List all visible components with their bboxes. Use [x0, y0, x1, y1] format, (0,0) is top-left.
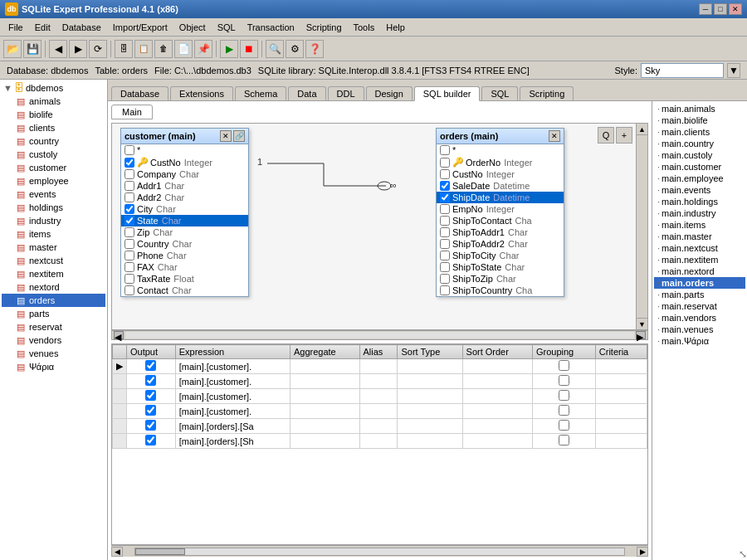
col-criteria[interactable]: Criteria	[595, 345, 647, 359]
orders-field-shiptocity[interactable]: ShipToCity Char	[437, 250, 564, 261]
orders-field-shiptoaddr1[interactable]: ShipToAddr1 Char	[437, 226, 564, 238]
grouping-check[interactable]	[559, 360, 569, 371]
sidebar-item-main-animals[interactable]: ·main.animals	[654, 103, 745, 114]
tree-item-holdings[interactable]: ▤holdings	[2, 201, 105, 214]
toolbar-settings[interactable]: ⚙	[286, 40, 304, 58]
toolbar-new-table[interactable]: 📋	[134, 40, 153, 58]
customer-field-zip-check[interactable]	[124, 227, 134, 237]
customer-field-addr2-check[interactable]	[124, 192, 134, 202]
orders-close-btn[interactable]: ✕	[549, 130, 560, 142]
grouping-check[interactable]	[559, 435, 569, 446]
output-check[interactable]	[145, 375, 156, 386]
tree-item-items[interactable]: ▤items	[2, 227, 105, 241]
tree-item-nextitem[interactable]: ▤nextitem	[2, 267, 105, 280]
row-grouping[interactable]	[532, 404, 595, 419]
row-alias[interactable]	[359, 374, 398, 389]
tree-item-clients[interactable]: ▤clients	[2, 121, 105, 134]
tab-extensions[interactable]: Extensions	[170, 86, 233, 100]
row-expression[interactable]: [main].[customer].	[175, 389, 290, 404]
tab-data[interactable]: Data	[288, 86, 325, 100]
row-alias[interactable]	[359, 359, 398, 374]
output-check[interactable]	[145, 405, 156, 416]
toolbar-help[interactable]: ❓	[305, 40, 324, 58]
orders-field-shipdate[interactable]: ShipDate Datetime	[437, 192, 564, 203]
customer-field-custno-check[interactable]	[124, 158, 134, 168]
h-scroll-track[interactable]	[134, 548, 625, 556]
menu-file[interactable]: File	[3, 21, 28, 34]
row-output[interactable]	[127, 359, 176, 374]
table-row[interactable]: [main].[orders].[Sh	[113, 434, 647, 449]
tree-root[interactable]: ▼ 🗄 dbdemos	[2, 81, 105, 95]
sidebar-item-main-biolife[interactable]: ·main.biolife	[654, 114, 745, 126]
h-scroll-thumb[interactable]	[135, 548, 185, 555]
tree-item-industry[interactable]: ▤industry	[2, 214, 105, 227]
tables-scrollbar-left-btn[interactable]: ◀	[114, 331, 124, 339]
row-output[interactable]	[127, 389, 176, 404]
row-criteria[interactable]	[595, 359, 647, 374]
orders-field-shiptocontact-check[interactable]	[440, 216, 450, 226]
col-aggregate[interactable]: Aggregate	[290, 345, 359, 359]
toolbar-forward[interactable]: ▶	[69, 40, 87, 58]
customer-field-state[interactable]: State Char	[121, 215, 248, 226]
sidebar-item-main-nextcust[interactable]: ·main.nextcust	[654, 242, 745, 254]
row-criteria[interactable]	[595, 434, 647, 449]
menu-database[interactable]: Database	[57, 21, 106, 34]
tree-item-parts[interactable]: ▤parts	[2, 307, 105, 320]
row-aggregate[interactable]	[290, 404, 359, 419]
orders-field-custno[interactable]: CustNo Integer	[437, 168, 564, 180]
customer-field-phone[interactable]: Phone Char	[121, 250, 248, 261]
orders-field-shiptocountry-check[interactable]	[440, 285, 450, 295]
col-sort-type[interactable]: Sort Type	[398, 345, 462, 359]
col-expression[interactable]: Expression	[175, 345, 290, 359]
table-row[interactable]: [main].[customer].	[113, 389, 647, 404]
orders-field-all-check[interactable]	[440, 145, 450, 155]
row-aggregate[interactable]	[290, 374, 359, 389]
sidebar-item-main-events[interactable]: ·main.events	[654, 184, 745, 196]
row-expression[interactable]: [main].[customer].	[175, 374, 290, 389]
sidebar-item-main-nextord[interactable]: ·main.nextord	[654, 265, 745, 277]
customer-link-btn[interactable]: 🔗	[233, 130, 245, 142]
orders-field-shiptoaddr1-check[interactable]	[440, 227, 450, 237]
row-alias[interactable]	[359, 389, 398, 404]
row-sort-order[interactable]	[462, 359, 532, 374]
row-sort-type[interactable]	[398, 434, 462, 449]
tables-scrollbar-v[interactable]: ▲ ▼	[636, 124, 647, 329]
tree-item-master[interactable]: ▤master	[2, 241, 105, 254]
toolbar-back[interactable]: ◀	[49, 40, 67, 58]
output-check[interactable]	[145, 420, 156, 431]
table-row[interactable]: [main].[customer].	[113, 404, 647, 419]
orders-field-empno[interactable]: EmpNo Integer	[437, 203, 564, 215]
customer-field-city-check[interactable]	[124, 204, 134, 214]
tab-ddl[interactable]: DDL	[328, 86, 364, 100]
customer-field-state-check[interactable]	[124, 216, 134, 226]
scrollbar-up-btn[interactable]: ▲	[637, 124, 647, 135]
row-criteria[interactable]	[595, 419, 647, 434]
tree-item-biolife[interactable]: ▤biolife	[2, 108, 105, 121]
tab-design[interactable]: Design	[366, 86, 413, 100]
customer-field-all-check[interactable]	[124, 145, 134, 155]
tree-item-vendors[interactable]: ▤vendors	[2, 334, 105, 347]
orders-field-saledate-check[interactable]	[440, 181, 450, 191]
row-sort-order[interactable]	[462, 404, 532, 419]
customer-field-contact[interactable]: Contact Char	[121, 285, 248, 296]
minimize-button[interactable]: ─	[699, 3, 712, 15]
sidebar-item-main-master[interactable]: ·main.master	[654, 231, 745, 242]
close-button[interactable]: ✕	[729, 3, 742, 15]
orders-field-shiptozip[interactable]: ShipToZip Char	[437, 273, 564, 285]
orders-field-custno-check[interactable]	[440, 169, 450, 179]
tree-item-customer[interactable]: ▤customer	[2, 161, 105, 174]
row-output[interactable]	[127, 404, 176, 419]
sidebar-item-main-parts[interactable]: ·main.parts	[654, 289, 745, 300]
row-grouping[interactable]	[532, 419, 595, 434]
row-expression[interactable]: [main].[customer].	[175, 404, 290, 419]
row-output[interactable]	[127, 419, 176, 434]
orders-field-saledate[interactable]: SaleDate Datetime	[437, 180, 564, 192]
row-aggregate[interactable]	[290, 389, 359, 404]
tab-schema[interactable]: Schema	[235, 86, 286, 100]
row-criteria[interactable]	[595, 374, 647, 389]
sidebar-item-main-customer[interactable]: ·main.customer	[654, 161, 745, 173]
sidebar-item-main-nextitem[interactable]: ·main.nextitem	[654, 254, 745, 265]
output-check[interactable]	[145, 390, 156, 401]
toolbar-copy[interactable]: 📄	[174, 40, 193, 58]
sidebar-item-main-orders[interactable]: ·main.orders	[654, 277, 745, 289]
